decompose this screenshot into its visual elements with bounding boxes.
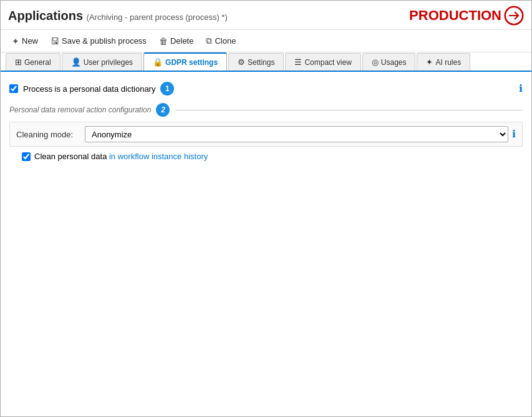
clone-icon: ⧉ [206,36,212,46]
user-privileges-tab-icon: 👤 [71,57,81,67]
cleaning-mode-label: Cleaning mode: [16,130,79,139]
tab-ai-rules[interactable]: ✦ AI rules [417,53,470,71]
tab-user-privileges[interactable]: 👤 User privileges [62,53,142,71]
tab-compact-view[interactable]: ☰ Compact view [285,53,360,71]
section-divider [175,110,523,110]
usages-tab-icon: ◎ [372,57,379,67]
clean-link[interactable]: in workflow instance history [109,152,208,161]
save-publish-button[interactable]: 🖫 Save & publish process [46,34,152,48]
header: Applications (Archiving - parent process… [1,1,531,30]
tabs-bar: ⊞ General 👤 User privileges 🔒 GDPR setti… [1,52,531,72]
badge-1-text: 1 [165,84,170,93]
gdpr-content: Process is a personal data dictionary 1 … [1,72,531,416]
removal-section-title: Personal data removal action configurati… [9,103,523,117]
toolbar: ✦ New 🖫 Save & publish process 🗑 Delete … [1,30,531,52]
usages-tab-label: Usages [381,58,407,67]
tab-general[interactable]: ⊞ General [6,53,60,71]
badge-1: 1 [160,82,174,96]
delete-label: Delete [170,36,194,46]
delete-button[interactable]: 🗑 Delete [154,34,199,48]
settings-tab-icon: ⚙ [238,57,245,67]
clone-button[interactable]: ⧉ Clone [201,34,241,48]
cleaning-mode-row: Cleaning mode: Anonymize Delete None ℹ [9,122,523,147]
settings-tab-label: Settings [248,58,274,67]
clean-data-checkbox[interactable] [22,152,31,161]
clean-label-text: Clean personal data [34,152,107,161]
header-title-area: Applications (Archiving - parent process… [8,9,228,23]
delete-icon: 🗑 [159,36,168,46]
personal-data-row: Process is a personal data dictionary 1 … [9,78,523,99]
general-tab-label: General [24,58,51,67]
title-text: Applications [8,9,83,22]
clone-label: Clone [215,36,236,46]
page-title: Applications (Archiving - parent process… [8,9,228,22]
personal-data-info-button[interactable]: ℹ [519,84,523,94]
ai-rules-tab-icon: ✦ [426,57,433,67]
badge-2-text: 2 [161,105,165,114]
compact-view-tab-icon: ☰ [294,57,302,67]
tab-usages[interactable]: ◎ Usages [362,53,416,71]
save-label: Save & publish process [62,36,147,46]
personal-data-checkbox[interactable] [9,84,18,93]
subtitle-text: (Archiving - parent process (process) *) [87,12,228,22]
cleaning-mode-info-button[interactable]: ℹ [512,129,516,139]
clean-personal-data-row: Clean personal data in workflow instance… [22,152,523,161]
new-button[interactable]: ✦ New [7,34,43,48]
save-icon: 🖫 [51,36,59,46]
user-privileges-tab-label: User privileges [84,58,133,67]
clean-data-label: Clean personal data in workflow instance… [34,152,208,161]
removal-title-text: Personal data removal action configurati… [9,105,151,114]
tab-settings[interactable]: ⚙ Settings [228,53,284,71]
cleaning-mode-select-wrapper: Anonymize Delete None ℹ [85,126,516,142]
badge-2: 2 [156,103,170,117]
gdpr-tab-icon: 🔒 [153,57,163,67]
compact-view-tab-label: Compact view [304,58,351,67]
gdpr-tab-label: GDPR settings [165,58,218,67]
new-icon: ✦ [12,36,19,46]
app-container: Applications (Archiving - parent process… [0,0,532,417]
production-label: PRODUCTION [409,7,501,24]
new-label: New [22,36,38,46]
personal-data-label: Process is a personal data dictionary [23,84,155,94]
general-tab-icon: ⊞ [15,57,22,67]
tab-gdpr-settings[interactable]: 🔒 GDPR settings [143,52,227,71]
cleaning-mode-select[interactable]: Anonymize Delete None [85,126,508,142]
production-badge: PRODUCTION [409,6,524,26]
ai-rules-tab-label: AI rules [435,58,461,67]
production-icon [504,6,524,26]
